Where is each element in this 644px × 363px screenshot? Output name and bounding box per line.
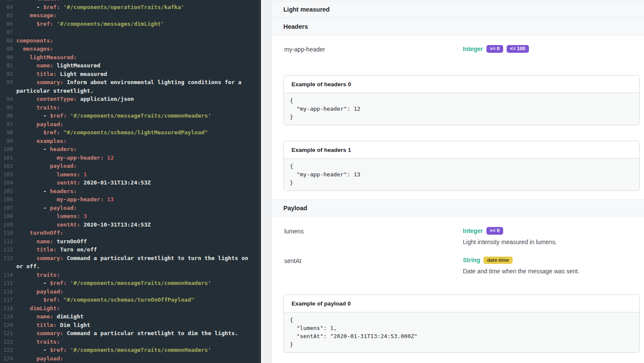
code-token [80,221,84,228]
editor-line[interactable]: 96 - $ref: '#/components/messageTraits/c… [0,112,261,120]
editor-line[interactable]: 112 title: Turn on/off [0,245,261,254]
example-title: Example of headers 0 [284,76,639,93]
editor-line[interactable]: 99 examples: [0,137,261,145]
code-text: dimLight: [13,304,60,313]
code-editor-pane[interactable]: 83 traits:84 - $ref: '#/components/opera… [0,0,261,363]
line-number [0,262,13,271]
editor-line[interactable]: 98 $ref: "#/components/schemas/lightMeas… [0,128,261,137]
code-token: 2020-01-31T13:24:53Z [84,179,151,186]
code-token: $ref: [50,112,67,119]
editor-line[interactable]: particular streetlight. [0,87,261,95]
editor-line[interactable]: 87 [0,28,261,36]
editor-line[interactable]: 120 title: Dim light [0,321,261,330]
editor-line[interactable]: 108 lumens: 3 [0,212,261,221]
editor-line[interactable]: 109 sentAt: 2020-10-31T13:24:53Z [0,221,261,229]
editor-line[interactable]: 84 - $ref: '#/components/operationTraits… [0,3,261,12]
line-number: 108 [0,212,13,221]
code-text: payload: [13,120,64,129]
editor-line[interactable]: 100 - headers: [0,145,261,154]
code-token: '#/components/messageTraits/commonHeader… [70,280,211,286]
property-name: lumens [271,227,463,245]
code-text: sentAt: 2020-01-31T13:24:53Z [13,178,151,187]
editor-line[interactable]: 114 traits: [0,271,261,279]
editor-line[interactable]: 105 - headers: [0,187,261,196]
code-token: turnOnOff [57,238,87,245]
code-token: or off. [16,263,40,269]
code-token: lightMeasured [57,62,100,69]
editor-line[interactable]: 89 messages: [0,45,261,53]
code-token: '#/components/messages/dimLight' [57,21,164,27]
editor-line[interactable]: 123 - $ref: '#/components/messageTraits/… [0,346,261,354]
example-code-line: "my-app-header": 13 [290,170,631,178]
editor-line[interactable]: 121 summary: Command a particular street… [0,329,261,338]
code-token: payload: [50,205,77,211]
line-number: 95 [0,103,13,112]
editor-line[interactable]: 117 $ref: "#/components/schemas/turnOnOf… [0,296,261,304]
editor-line[interactable]: 104 sentAt: 2020-01-31T13:24:53Z [0,178,261,187]
code-token [16,154,57,161]
code-token: lightMeasured: [16,54,77,60]
line-number: 109 [0,221,13,229]
property-description: Date and time when the message was sent. [463,268,644,275]
code-token [53,238,57,245]
code-token [60,4,64,10]
editor-line[interactable]: 90 lightMeasured: [0,53,261,62]
code-token: traits: [16,0,60,2]
editor-line[interactable]: 103 lumens: 1 [0,170,261,179]
editor-line[interactable]: 94 contentType: application/json [0,95,261,103]
code-token: - [16,112,50,119]
editor-line[interactable]: 107 - payload: [0,204,261,212]
code-token: dimLight [57,313,84,320]
editor-line[interactable]: or off. [0,262,261,271]
property-type-line: Integer>= 0 [463,227,644,235]
code-text: contentType: application/json [13,95,134,103]
property-row: my-app-headerInteger>= 0<= 100 [271,45,644,53]
editor-line[interactable]: 110 turnOnOff: [0,229,261,237]
example-code: { "my-app-header": 12} [284,93,639,125]
editor-line[interactable]: 93 summary: Inform about environmental l… [0,78,261,87]
code-token [16,129,43,136]
editor-line[interactable]: 111 name: turnOnOff [0,237,261,246]
property-row: sentAtStringdate-timeDate and time when … [271,257,644,275]
editor-line[interactable]: 85 message: [0,11,261,20]
editor-line[interactable]: 97 payload: [0,120,261,129]
editor-line[interactable]: 116 payload: [0,287,261,296]
example-code-line: } [290,340,631,348]
code-token [16,196,57,203]
editor-line[interactable]: 92 title: Light measured [0,70,261,79]
property-details: Integer>= 0Light intensity measured in l… [463,227,644,245]
editor-line[interactable]: 113 summary: Command a particular street… [0,254,261,263]
editor-line[interactable]: 101 my-app-header: 12 [0,154,261,162]
editor-line[interactable]: 102 payload: [0,162,261,170]
line-number: 118 [0,304,13,313]
code-token: traits: [16,272,60,278]
code-text: traits: [13,271,60,279]
editor-line[interactable]: 95 traits: [0,103,261,112]
headers-section-content: my-app-headerInteger>= 0<= 100 Example o… [271,36,644,200]
code-token [60,129,64,136]
editor-line[interactable]: 115 - $ref: '#/components/messageTraits/… [0,279,261,287]
line-number: 107 [0,204,13,212]
example-title: Example of payload 0 [284,295,639,312]
editor-line[interactable]: 119 name: dimLight [0,312,261,321]
editor-line[interactable]: 86 $ref: '#/components/messages/dimLight… [0,20,261,28]
editor-line[interactable]: 124 payload: [0,354,261,363]
editor-scrollbar[interactable] [258,0,261,363]
code-text: - headers: [13,145,77,154]
editor-line[interactable]: 118 dimLight: [0,304,261,313]
code-text: lightMeasured: [13,53,77,62]
editor-line[interactable]: 88components: [0,36,261,45]
editor-line[interactable]: 106 my-app-header: 13 [0,195,261,204]
code-token: headers: [50,188,77,194]
editor-line[interactable]: 122 traits: [0,338,261,346]
editor-line[interactable]: 91 name: lightMeasured [0,61,261,70]
code-text: $ref: "#/components/schemas/lightMeasure… [13,128,208,137]
example-code-line: { [290,162,631,170]
line-number: 93 [0,78,13,87]
example-code-line: } [290,178,631,187]
code-token: messages: [16,45,53,52]
docs-panel[interactable]: Light measured Headers my-app-headerInte… [271,0,644,363]
code-text: - payload: [13,204,77,212]
code-token: $ref: [36,21,53,27]
pane-splitter[interactable] [261,0,271,363]
